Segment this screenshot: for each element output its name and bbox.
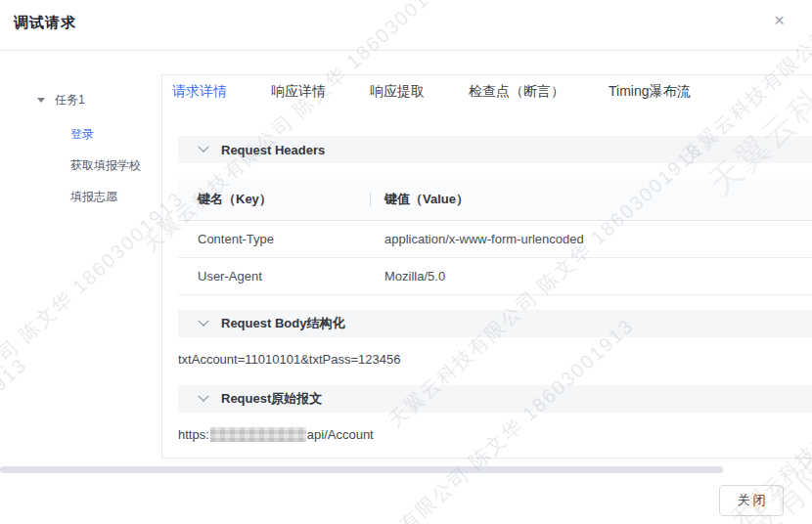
- header-value-cell: application/x-www-form-urlencoded: [370, 232, 584, 246]
- detail-panel: 请求详情 响应详情 响应提取 检查点（断言） Timing瀑布流 Request…: [161, 74, 812, 458]
- chevron-down-icon: [198, 316, 208, 327]
- dialog-title: 调试请求: [14, 14, 76, 32]
- tab-timing-waterfall[interactable]: Timing瀑布流: [609, 83, 691, 101]
- column-header-value: 键值（Value）: [371, 191, 469, 208]
- table-row: User-Agent Mozilla/5.0: [178, 258, 812, 295]
- debug-request-dialog: { "dialog": { "title": "调试请求", "close_ic…: [0, 0, 812, 524]
- tree-node-label: 任务1: [55, 92, 85, 109]
- section-title: Request Body结构化: [221, 315, 344, 332]
- chevron-down-icon: [198, 391, 208, 402]
- close-button[interactable]: 关闭: [719, 485, 784, 516]
- chevron-down-icon: [198, 142, 208, 153]
- tree-item-get-schools[interactable]: 获取填报学校: [70, 157, 141, 174]
- url-suffix: api/Account: [307, 427, 374, 442]
- column-header-key: 键名（Key）: [178, 191, 370, 208]
- header-key-cell: Content-Type: [178, 232, 370, 246]
- dialog-header: 调试请求 ×: [0, 0, 812, 51]
- watermark-text: 天翼云科技有限公司 陈文华 18603001913: [0, 352, 33, 524]
- section-title: Request原始报文: [221, 390, 322, 408]
- caret-down-icon[interactable]: [37, 98, 45, 103]
- tab-response-extract[interactable]: 响应提取: [370, 83, 425, 101]
- horizontal-scrollbar[interactable]: [0, 466, 723, 473]
- request-url-line: https: api/Account: [178, 427, 374, 442]
- section-request-body[interactable]: Request Body结构化: [178, 310, 812, 337]
- request-body-content: txtAccount=11010101&txtPass=123456: [178, 352, 400, 367]
- tree-item-fill-preference[interactable]: 填报志愿: [70, 189, 117, 205]
- header-value-cell: Mozilla/5.0: [370, 269, 445, 284]
- header-key-cell: User-Agent: [178, 269, 370, 284]
- table-header-row: 键名（Key） 键值（Value）: [178, 179, 812, 221]
- tab-response-detail[interactable]: 响应详情: [271, 83, 326, 101]
- tab-checkpoint-assert[interactable]: 检查点（断言）: [469, 83, 564, 101]
- tree-item-login[interactable]: 登录: [70, 126, 94, 143]
- table-row: Content-Type application/x-www-form-urle…: [178, 221, 812, 258]
- section-title: Request Headers: [221, 143, 325, 157]
- section-request-headers[interactable]: Request Headers: [178, 136, 812, 163]
- url-prefix: https:: [178, 427, 209, 442]
- close-icon[interactable]: ×: [774, 11, 785, 30]
- section-request-raw[interactable]: Request原始报文: [178, 385, 812, 413]
- masked-url-segment: [210, 427, 306, 442]
- tab-bar: 请求详情 响应详情 响应提取 检查点（断言） Timing瀑布流: [172, 83, 691, 101]
- tab-request-detail[interactable]: 请求详情: [172, 83, 227, 101]
- tree-node-task1[interactable]: 任务1: [37, 92, 85, 109]
